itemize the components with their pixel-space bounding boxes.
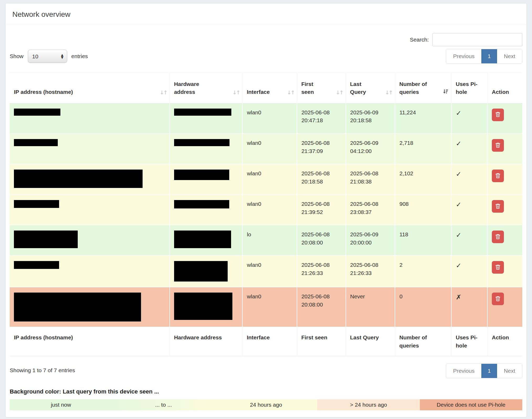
redacted-hardware-address [174,139,230,146]
interface-cell: wlan0 [242,103,297,134]
hardware-address-cell [170,256,242,287]
entries-label: entries [71,53,88,59]
column-label: Hardware address [174,334,222,340]
table-header-row: IP address (hostname)↓↑Hardware address↓… [10,73,522,103]
delete-device-button[interactable] [492,170,504,182]
column-label: Number of queries [399,334,432,350]
ip-address-cell [10,225,170,256]
search-input[interactable] [432,33,522,46]
page-number-button[interactable]: 1 [481,364,497,378]
query-count-cell: 0 [395,287,451,327]
query-count-cell: 11,224 [395,103,451,134]
hardware-address-cell [170,103,242,134]
redacted-ip-address [14,261,59,269]
devices-table: IP address (hostname)↓↑Hardware address↓… [10,73,522,356]
last-query-cell: 2025-06-08 21:08:38 [346,164,395,195]
action-cell [487,134,522,164]
column-label: Action [492,89,509,95]
sort-descending-icon [443,89,448,96]
footer-column-header-ip-address-hostname: IP address (hostname) [10,327,170,356]
interface-cell: wlan0 [242,287,297,327]
trash-icon [495,295,501,303]
controls-row: Show 10 ▲▼ entries Previous 1 Next [10,49,522,64]
ip-address-cell [10,256,170,287]
check-icon: ✓ [456,140,461,147]
legend-segment-to: ... to ... [112,399,215,410]
column-label: Interface [247,89,270,95]
device-row: wlan02025-06-08 21:39:522025-06-08 23:08… [10,195,522,225]
delete-device-button[interactable] [492,109,504,121]
delete-device-button[interactable] [492,261,504,274]
column-label: Number of queries [399,80,432,96]
page-size-select[interactable]: 10 [28,50,67,63]
delete-device-button[interactable] [492,231,504,243]
hardware-address-cell [170,134,242,164]
query-count-cell: 2,718 [395,134,451,164]
action-cell [487,256,522,287]
uses-pihole-cell: ✓ [451,225,487,256]
ip-address-cell [10,287,170,327]
hardware-address-cell [170,287,242,327]
uses-pihole-cell: ✓ [451,134,487,164]
first-seen-cell: 2025-06-08 20:18:58 [297,164,346,195]
column-header-ip-address-hostname[interactable]: IP address (hostname)↓↑ [10,73,170,103]
footer-column-header-number-of-queries: Number of queries [395,327,451,356]
device-row: wlan02025-06-08 20:47:182025-06-09 20:18… [10,103,522,134]
column-header-uses-pi-hole: Uses Pi-hole [451,73,487,103]
column-header-hardware-address[interactable]: Hardware address↓↑ [170,73,242,103]
column-label: Hardware address [174,80,203,96]
interface-cell: wlan0 [242,256,297,287]
column-label: Uses Pi-hole [456,80,481,96]
column-label: IP address (hostname) [14,89,73,95]
previous-page-button[interactable]: Previous [446,364,481,378]
page-number-button[interactable]: 1 [481,49,497,63]
ip-address-cell [10,134,170,164]
check-icon: ✓ [456,201,461,208]
uses-pihole-cell: ✓ [451,195,487,225]
legend-segment-24-hours-ago: > 24 hours ago [317,399,420,410]
footer-column-header-first-seen: First seen [297,327,346,356]
legend-strip: just now... to ...24 hours ago> 24 hours… [10,399,522,410]
redacted-ip-address [14,293,141,321]
footer-column-header-uses-pi-hole: Uses Pi-hole [451,327,487,356]
previous-page-button[interactable]: Previous [446,49,481,63]
column-header-last-query[interactable]: Last Query↓↑ [346,73,395,103]
last-query-cell: 2025-06-09 20:18:58 [346,103,395,134]
show-entries-control: Show 10 ▲▼ entries [10,50,88,63]
next-page-button[interactable]: Next [497,364,522,378]
check-icon: ✓ [456,231,461,239]
cross-icon: ✗ [456,293,461,301]
redacted-ip-address [14,109,60,116]
sort-icon: ↓↑ [160,89,167,96]
first-seen-cell: 2025-06-08 21:39:52 [297,195,346,225]
search-label: Search: [410,37,429,43]
check-icon: ✓ [456,109,461,117]
pagination-top: Previous 1 Next [446,49,522,64]
redacted-ip-address [14,170,143,188]
legend-segment-just-now: just now [10,399,112,410]
table-footer-row: IP address (hostname)Hardware addressInt… [10,327,522,356]
next-page-button[interactable]: Next [497,49,522,63]
uses-pihole-cell: ✓ [451,256,487,287]
footer-column-header-hardware-address: Hardware address [170,327,242,356]
delete-device-button[interactable] [492,293,504,305]
hardware-address-cell [170,164,242,195]
trash-icon [495,264,501,271]
delete-device-button[interactable] [492,139,504,152]
footer-column-header-action: Action [487,327,522,356]
column-header-first-seen[interactable]: First seen↓↑ [297,73,346,103]
device-row: wlan02025-06-08 21:26:332025-06-08 21:26… [10,256,522,287]
query-count-cell: 2,102 [395,164,451,195]
footer-column-header-interface: Interface [242,327,297,356]
column-header-interface[interactable]: Interface↓↑ [242,73,297,103]
query-count-cell: 118 [395,225,451,256]
card-body: Search: Show 10 ▲▼ entries Previous 1 Ne… [6,25,526,417]
uses-pihole-cell: ✓ [451,164,487,195]
sort-icon: ↓↑ [232,89,240,96]
column-header-number-of-queries[interactable]: Number of queries [395,73,451,103]
column-label: Last Query [350,80,368,96]
delete-device-button[interactable] [492,200,504,213]
last-query-cell: Never [346,287,395,327]
check-icon: ✓ [456,170,461,178]
search-row: Search: [10,33,522,46]
